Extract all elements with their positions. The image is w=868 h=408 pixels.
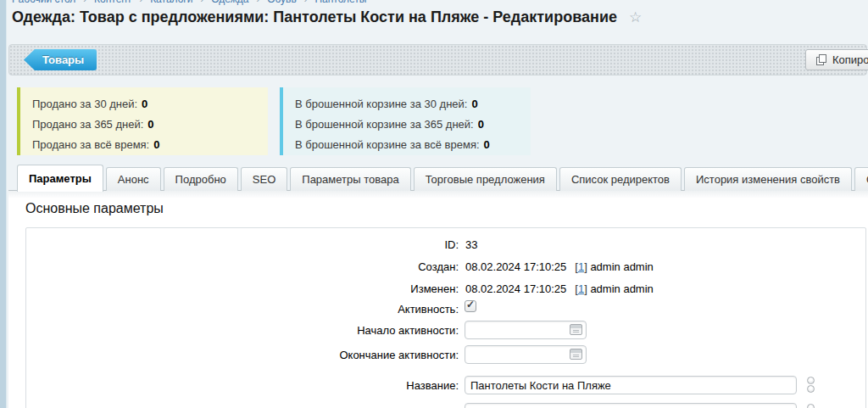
sold-stats-box: Продано за 30 дней:0 Продано за 365 дней… — [17, 87, 268, 155]
sold-365-value: 0 — [147, 118, 153, 131]
calendar-icon[interactable] — [570, 349, 582, 360]
active-to-label: Окончание активности: — [204, 349, 459, 361]
sold-365-label: Продано за 365 дней: — [32, 118, 143, 131]
breadcrumb-separator: › — [139, 0, 142, 4]
admin-page: Рабочий стол›Контент›Каталоги›Одежда›Обу… — [0, 0, 868, 408]
abandoned-365-label: В брошенной корзине за 365 дней: — [295, 118, 474, 131]
main-parameters-form: ID: 33 Создан: 08.02.2024 17:10:25[1] ad… — [25, 227, 866, 408]
bracket-close: ] — [584, 260, 587, 273]
copy-button-label: Копировать — [832, 53, 868, 66]
abandoned-all-value: 0 — [484, 138, 490, 151]
sold-all-value: 0 — [153, 138, 159, 151]
check-icon: ✓ — [466, 299, 475, 310]
abandoned-30-value: 0 — [471, 98, 477, 110]
breadcrumb-separator: › — [200, 0, 203, 4]
bracket-close: ] — [584, 282, 587, 295]
breadcrumb-item-catalogs[interactable]: Каталоги — [150, 0, 192, 5]
next-field-partial — [465, 403, 797, 408]
sold-all-line: Продано за всё время:0 — [32, 135, 268, 155]
active-to-input[interactable] — [465, 345, 587, 364]
active-from-label: Начало активности: — [204, 324, 459, 337]
id-label: ID: — [204, 238, 459, 251]
created-datetime: 08.02.2024 17:10:25 — [465, 260, 566, 273]
context-toolbar — [8, 44, 867, 75]
page-title-text: Одежда: Товар с предложениями: Пантолеты… — [12, 8, 617, 25]
section-heading: Основные параметры — [25, 201, 164, 216]
breadcrumb-separator: › — [256, 0, 259, 4]
tab-required-fields[interactable]: Обязательные поля — [854, 167, 868, 191]
breadcrumb-item-shoes[interactable]: Обувь — [267, 0, 297, 5]
id-value: 33 — [465, 238, 477, 251]
tab-detail[interactable]: Подробно — [164, 167, 238, 191]
form-tabs: Параметры Анонс Подробно SEO Параметры т… — [17, 164, 868, 191]
modified-value: 08.02.2024 17:10:25[1] admin admin — [465, 282, 654, 295]
abandoned-365-value: 0 — [478, 118, 484, 131]
tab-history[interactable]: История изменения свойств — [684, 167, 852, 191]
tab-redirects[interactable]: Список редиректов — [559, 167, 682, 191]
tab-offers[interactable]: Торговые предложения — [414, 167, 557, 191]
active-to-field — [465, 345, 587, 364]
breadcrumb-item-desktop[interactable]: Рабочий стол — [12, 0, 75, 5]
activity-checkbox[interactable]: ✓ — [465, 300, 476, 312]
tab-announce[interactable]: Анонс — [106, 167, 161, 191]
breadcrumb-item-pantolety[interactable]: Пантолеты — [314, 0, 366, 5]
back-to-products-button[interactable]: Товары — [24, 49, 97, 70]
abandoned-30-label: В брошенной корзине за 30 дней: — [295, 98, 467, 110]
name-field — [465, 376, 797, 394]
abandoned-all-label: В брошенной корзине за всё время: — [295, 138, 480, 151]
translit-icon[interactable] — [807, 377, 815, 393]
modified-label: Изменен: — [204, 282, 459, 295]
tab-seo[interactable]: SEO — [241, 167, 287, 191]
copy-icon — [816, 54, 826, 65]
sold-30-label: Продано за 30 дней: — [32, 98, 137, 110]
tab-parameters[interactable]: Параметры — [17, 165, 103, 192]
activity-label: Активность: — [204, 303, 459, 316]
sold-all-label: Продано за всё время: — [32, 138, 149, 151]
favorite-star-icon[interactable]: ☆ — [629, 9, 642, 25]
active-from-field — [465, 321, 587, 339]
created-label: Создан: — [204, 260, 459, 273]
breadcrumb: Рабочий стол›Контент›Каталоги›Одежда›Обу… — [12, 0, 366, 6]
created-user-name: admin admin — [590, 260, 653, 273]
active-from-input[interactable] — [465, 321, 587, 339]
abandoned-cart-stats-box: В брошенной корзине за 30 дней:0 В броше… — [280, 87, 531, 155]
copy-button[interactable]: Копировать — [805, 49, 868, 70]
name-input[interactable] — [465, 376, 797, 394]
page-title: Одежда: Товар с предложениями: Пантолеты… — [12, 8, 642, 26]
abandoned-30-line: В брошенной корзине за 30 дней:0 — [295, 94, 531, 115]
breadcrumb-item-clothes[interactable]: Одежда — [211, 0, 248, 5]
abandoned-365-line: В брошенной корзине за 365 дней:0 — [295, 115, 531, 135]
abandoned-all-line: В брошенной корзине за всё время:0 — [295, 135, 531, 155]
translit-icon[interactable] — [807, 404, 815, 408]
name-label: Название: — [204, 379, 459, 392]
modified-user-name: admin admin — [590, 282, 653, 295]
sold-30-value: 0 — [142, 98, 147, 110]
breadcrumb-item-content[interactable]: Контент — [94, 0, 131, 5]
sold-30-line: Продано за 30 дней:0 — [32, 94, 268, 115]
modified-datetime: 08.02.2024 17:10:25 — [465, 282, 566, 295]
breadcrumb-separator: › — [304, 0, 308, 4]
breadcrumb-separator: › — [83, 0, 86, 4]
tab-product-params[interactable]: Параметры товара — [290, 167, 410, 191]
created-value: 08.02.2024 17:10:25[1] admin admin — [465, 260, 654, 273]
calendar-icon[interactable] — [570, 324, 582, 335]
next-input[interactable] — [465, 403, 797, 408]
sold-365-line: Продано за 365 дней:0 — [32, 115, 268, 135]
left-rail — [0, 0, 7, 408]
